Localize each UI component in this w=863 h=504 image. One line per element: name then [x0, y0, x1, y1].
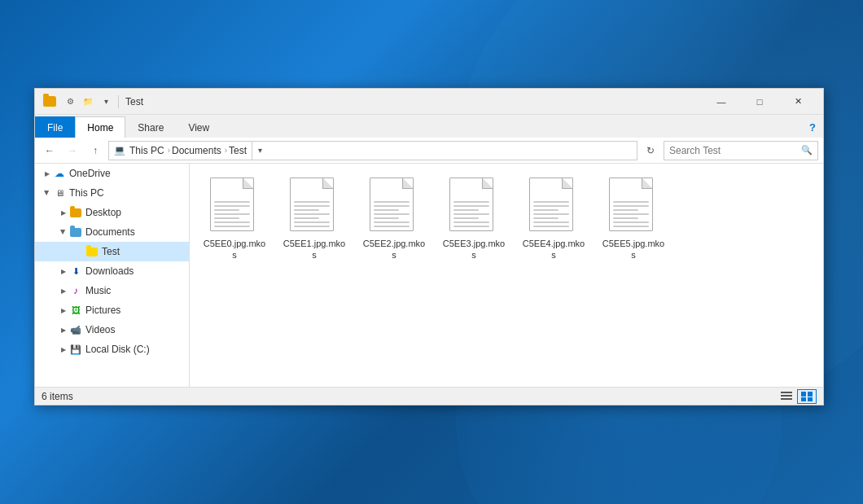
doc-lines-5	[613, 201, 649, 227]
sidebar-item-localdisk[interactable]: ▶ 💾 Local Disk (C:)	[35, 340, 189, 359]
breadcrumb-test-label: Test	[229, 145, 247, 156]
doc-line-short	[533, 217, 559, 219]
tab-home[interactable]: Home	[75, 116, 125, 138]
search-box[interactable]: 🔍	[664, 141, 818, 160]
qat-properties-btn[interactable]: ⚙	[63, 94, 77, 109]
tab-file[interactable]: File	[35, 116, 75, 138]
svg-rect-1	[781, 395, 792, 397]
doc-lines-3	[453, 201, 489, 227]
view-details-btn[interactable]	[777, 389, 796, 404]
file-item-1[interactable]: C5EE1.jpg.mkos	[278, 172, 351, 267]
test-folder-icon	[85, 245, 99, 258]
window-title: Test	[125, 96, 703, 107]
doc-line-short	[294, 209, 319, 211]
sidebar-label-desktop: Desktop	[85, 207, 121, 218]
expand-arrow-pictures: ▶	[58, 305, 69, 316]
tab-view[interactable]: View	[176, 116, 221, 138]
sidebar-label-pictures: Pictures	[85, 305, 120, 316]
doc-icon-3	[449, 177, 493, 231]
expand-arrow-downloads: ▶	[58, 265, 69, 277]
sidebar-label-onedrive: OneDrive	[69, 168, 111, 179]
file-item-2[interactable]: C5EE2.jpg.mkos	[357, 172, 431, 267]
sidebar-item-videos[interactable]: ▶ 📹 Videos	[35, 320, 189, 340]
file-label-0: C5EE0.jpg.mkos	[202, 238, 267, 261]
hdd-icon: 💾	[69, 343, 82, 356]
view-large-icons-btn[interactable]	[797, 389, 817, 404]
forward-button[interactable]: →	[63, 141, 82, 160]
tab-share[interactable]: Share	[125, 116, 176, 138]
doc-line-short	[453, 217, 479, 219]
doc-line	[613, 205, 649, 207]
doc-line	[453, 221, 489, 223]
file-item-3[interactable]: C5EE3.jpg.mkos	[437, 172, 510, 267]
doc-lines-1	[294, 201, 330, 227]
help-button[interactable]: ?	[802, 116, 823, 138]
sidebar-item-music[interactable]: ▶ ♪ Music	[35, 281, 189, 300]
doc-line	[294, 221, 330, 223]
view-buttons	[777, 389, 817, 404]
doc-lines-0	[214, 201, 250, 227]
close-button[interactable]: ✕	[779, 89, 817, 115]
breadcrumb-documents: Documents ›	[172, 145, 227, 156]
file-icon-4	[529, 177, 578, 234]
file-item-4[interactable]: C5EE4.jpg.mkos	[517, 172, 590, 267]
doc-line	[453, 205, 489, 207]
sidebar-item-downloads[interactable]: ▶ ⬇ Downloads	[35, 261, 189, 281]
doc-line	[613, 213, 649, 215]
doc-icon-1	[290, 177, 334, 231]
refresh-button[interactable]: ↻	[641, 141, 660, 160]
doc-line	[214, 213, 250, 215]
quick-access-toolbar: ⚙ 📁 ▾	[63, 94, 113, 109]
doc-line	[613, 226, 649, 227]
music-icon: ♪	[69, 284, 82, 297]
doc-line	[453, 201, 489, 203]
main-area: ▶ ☁ OneDrive ▶ 🖥 This PC ▶ Desktop ▶	[35, 164, 823, 387]
sidebar-label-downloads: Downloads	[85, 265, 134, 277]
qat-dropdown-btn[interactable]: ▾	[99, 94, 113, 109]
breadcrumb-pc: 💻 This PC ›	[114, 145, 170, 156]
file-item-5[interactable]: C5EE5.jpg.mkos	[597, 172, 670, 267]
expand-arrow-music: ▶	[58, 285, 69, 296]
doc-line	[214, 201, 250, 203]
sidebar-label-videos: Videos	[85, 324, 115, 335]
svg-rect-6	[808, 397, 813, 401]
doc-line	[613, 201, 649, 203]
sidebar-item-pictures[interactable]: ▶ 🖼 Pictures	[35, 300, 189, 320]
sidebar-item-desktop[interactable]: ▶ Desktop	[35, 203, 189, 222]
maximize-button[interactable]: □	[741, 89, 778, 115]
address-bar[interactable]: 💻 This PC › Documents › Test ▾	[108, 141, 637, 160]
sidebar-item-thispc[interactable]: ▶ 🖥 This PC	[35, 183, 189, 203]
doc-line	[374, 221, 410, 223]
sidebar-item-test[interactable]: ▶ Test	[35, 242, 189, 261]
doc-icon-2	[370, 177, 414, 231]
file-label-3: C5EE3.jpg.mkos	[441, 238, 506, 261]
nav-bar: ← → ↑ 💻 This PC › Documents › Test ▾ ↻ 🔍	[35, 138, 823, 164]
doc-line	[374, 226, 410, 227]
doc-line-short	[374, 209, 399, 211]
window-controls: — □ ✕	[703, 89, 817, 115]
expand-arrow-desktop: ▶	[58, 207, 69, 218]
large-icons-view-icon	[801, 392, 813, 401]
doc-line-short	[214, 209, 239, 211]
back-button[interactable]: ←	[40, 141, 59, 160]
status-item-count: 6 items	[42, 391, 777, 402]
doc-line	[294, 226, 330, 227]
search-input[interactable]	[669, 145, 801, 156]
doc-line-short	[214, 217, 239, 219]
address-dropdown-btn[interactable]: ▾	[252, 141, 268, 160]
file-icon-0	[210, 177, 259, 234]
doc-line	[533, 221, 569, 223]
sidebar-item-documents[interactable]: ▶ Documents	[35, 222, 189, 242]
status-bar: 6 items	[35, 387, 823, 405]
doc-line	[214, 221, 250, 223]
file-item-0[interactable]: C5EE0.jpg.mkos	[198, 172, 271, 267]
breadcrumb-test: Test	[229, 145, 247, 156]
qat-newfolder-btn[interactable]: 📁	[81, 94, 95, 109]
minimize-button[interactable]: —	[703, 89, 740, 115]
up-button[interactable]: ↑	[85, 141, 105, 160]
explorer-window: ⚙ 📁 ▾ Test — □ ✕ File Home Share View ? …	[34, 88, 824, 405]
doc-line	[613, 221, 649, 223]
file-icon-1	[290, 177, 339, 234]
sidebar-item-onedrive[interactable]: ▶ ☁ OneDrive	[35, 164, 189, 183]
doc-lines-4	[533, 201, 569, 227]
